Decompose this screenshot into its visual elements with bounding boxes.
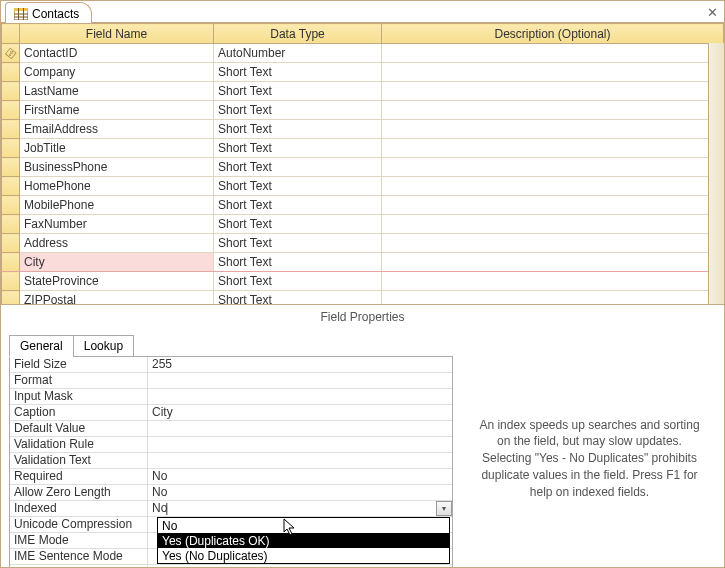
description-cell[interactable] xyxy=(382,120,724,139)
field-name-cell[interactable]: ContactID xyxy=(20,44,214,63)
col-data-type[interactable]: Data Type xyxy=(214,24,382,44)
data-type-cell[interactable]: Short Text xyxy=(214,82,382,101)
data-type-cell[interactable]: AutoNumber xyxy=(214,44,382,63)
property-value[interactable]: No|▾ xyxy=(148,501,452,517)
property-row[interactable]: Validation Rule xyxy=(10,437,452,453)
data-type-cell[interactable]: Short Text xyxy=(214,158,382,177)
property-row[interactable]: Format xyxy=(10,373,452,389)
property-value[interactable]: City xyxy=(148,405,452,421)
table-row[interactable]: CityShort Text xyxy=(2,253,724,272)
description-cell[interactable] xyxy=(382,177,724,196)
description-cell[interactable] xyxy=(382,82,724,101)
object-tab-contacts[interactable]: Contacts xyxy=(5,2,92,23)
table-row[interactable]: StateProvinceShort Text xyxy=(2,272,724,291)
dropdown-button[interactable]: ▾ xyxy=(436,501,452,516)
data-type-cell[interactable]: Short Text xyxy=(214,234,382,253)
property-value[interactable]: No xyxy=(148,469,452,485)
field-name-cell[interactable]: FaxNumber xyxy=(20,215,214,234)
property-value[interactable] xyxy=(148,421,452,437)
data-type-cell[interactable]: Short Text xyxy=(214,63,382,82)
tab-lookup[interactable]: Lookup xyxy=(73,335,134,357)
field-name-cell[interactable]: MobilePhone xyxy=(20,196,214,215)
property-value[interactable] xyxy=(148,389,452,405)
description-cell[interactable] xyxy=(382,158,724,177)
property-row[interactable]: Field Size255 xyxy=(10,357,452,373)
property-value[interactable] xyxy=(148,373,452,389)
property-value[interactable] xyxy=(148,453,452,469)
property-row[interactable]: Validation Text xyxy=(10,453,452,469)
vertical-scrollbar[interactable] xyxy=(708,43,724,304)
table-row[interactable]: FirstNameShort Text xyxy=(2,101,724,120)
field-name-cell[interactable]: Address xyxy=(20,234,214,253)
data-type-cell[interactable]: Short Text xyxy=(214,215,382,234)
data-type-cell[interactable]: Short Text xyxy=(214,139,382,158)
field-name-cell[interactable]: City xyxy=(20,253,214,272)
field-name-cell[interactable]: JobTitle xyxy=(20,139,214,158)
field-name-cell[interactable]: EmailAddress xyxy=(20,120,214,139)
row-selector[interactable] xyxy=(2,63,20,82)
table-row[interactable]: FaxNumberShort Text xyxy=(2,215,724,234)
property-value[interactable]: No xyxy=(148,485,452,501)
description-cell[interactable] xyxy=(382,253,724,272)
property-row[interactable]: RequiredNo xyxy=(10,469,452,485)
dropdown-option-yes-dup[interactable]: Yes (Duplicates OK) xyxy=(158,533,449,548)
dropdown-option-no[interactable]: No xyxy=(158,518,449,533)
row-selector[interactable] xyxy=(2,291,20,306)
row-selector[interactable] xyxy=(2,82,20,101)
row-selector[interactable] xyxy=(2,177,20,196)
data-type-cell[interactable]: Short Text xyxy=(214,177,382,196)
property-value[interactable] xyxy=(148,437,452,453)
table-row[interactable]: LastNameShort Text xyxy=(2,82,724,101)
property-row[interactable]: Allow Zero LengthNo xyxy=(10,485,452,501)
row-selector[interactable] xyxy=(2,196,20,215)
description-cell[interactable] xyxy=(382,234,724,253)
data-type-cell[interactable]: Short Text xyxy=(214,196,382,215)
row-selector[interactable] xyxy=(2,215,20,234)
table-row[interactable]: HomePhoneShort Text xyxy=(2,177,724,196)
row-selector[interactable] xyxy=(2,158,20,177)
tab-general[interactable]: General xyxy=(9,335,74,357)
dropdown-option-yes-nodup[interactable]: Yes (No Duplicates) xyxy=(158,548,449,563)
data-type-cell[interactable]: Short Text xyxy=(214,101,382,120)
field-name-cell[interactable]: ZIPPostal xyxy=(20,291,214,306)
description-cell[interactable] xyxy=(382,139,724,158)
table-row[interactable]: JobTitleShort Text xyxy=(2,139,724,158)
table-row[interactable]: EmailAddressShort Text xyxy=(2,120,724,139)
property-row[interactable]: CaptionCity xyxy=(10,405,452,421)
property-value[interactable]: 255 xyxy=(148,357,452,373)
row-selector[interactable] xyxy=(2,253,20,272)
data-type-cell[interactable]: Short Text xyxy=(214,120,382,139)
indexed-dropdown-list[interactable]: No Yes (Duplicates OK) Yes (No Duplicate… xyxy=(157,517,450,564)
table-row[interactable]: ⚿ContactIDAutoNumber xyxy=(2,44,724,63)
description-cell[interactable] xyxy=(382,63,724,82)
data-type-cell[interactable]: Short Text xyxy=(214,272,382,291)
table-row[interactable]: ZIPPostalShort Text xyxy=(2,291,724,306)
field-name-cell[interactable]: BusinessPhone xyxy=(20,158,214,177)
grid-corner[interactable] xyxy=(2,24,20,44)
row-selector[interactable] xyxy=(2,234,20,253)
property-row[interactable]: Input Mask xyxy=(10,389,452,405)
property-row[interactable]: Default Value xyxy=(10,421,452,437)
row-selector[interactable] xyxy=(2,139,20,158)
field-name-cell[interactable]: Company xyxy=(20,63,214,82)
description-cell[interactable] xyxy=(382,44,724,63)
field-name-cell[interactable]: StateProvince xyxy=(20,272,214,291)
table-row[interactable]: CompanyShort Text xyxy=(2,63,724,82)
field-name-cell[interactable]: LastName xyxy=(20,82,214,101)
row-selector[interactable] xyxy=(2,101,20,120)
description-cell[interactable] xyxy=(382,101,724,120)
col-field-name[interactable]: Field Name xyxy=(20,24,214,44)
description-cell[interactable] xyxy=(382,291,724,306)
field-name-cell[interactable]: HomePhone xyxy=(20,177,214,196)
field-name-cell[interactable]: FirstName xyxy=(20,101,214,120)
description-cell[interactable] xyxy=(382,215,724,234)
table-row[interactable]: AddressShort Text xyxy=(2,234,724,253)
row-selector[interactable]: ⚿ xyxy=(2,44,20,63)
description-cell[interactable] xyxy=(382,196,724,215)
data-type-cell[interactable]: Short Text xyxy=(214,253,382,272)
row-selector[interactable] xyxy=(2,120,20,139)
close-icon[interactable]: ✕ xyxy=(707,5,718,20)
description-cell[interactable] xyxy=(382,272,724,291)
property-row[interactable]: IndexedNo|▾ xyxy=(10,501,452,517)
table-row[interactable]: MobilePhoneShort Text xyxy=(2,196,724,215)
